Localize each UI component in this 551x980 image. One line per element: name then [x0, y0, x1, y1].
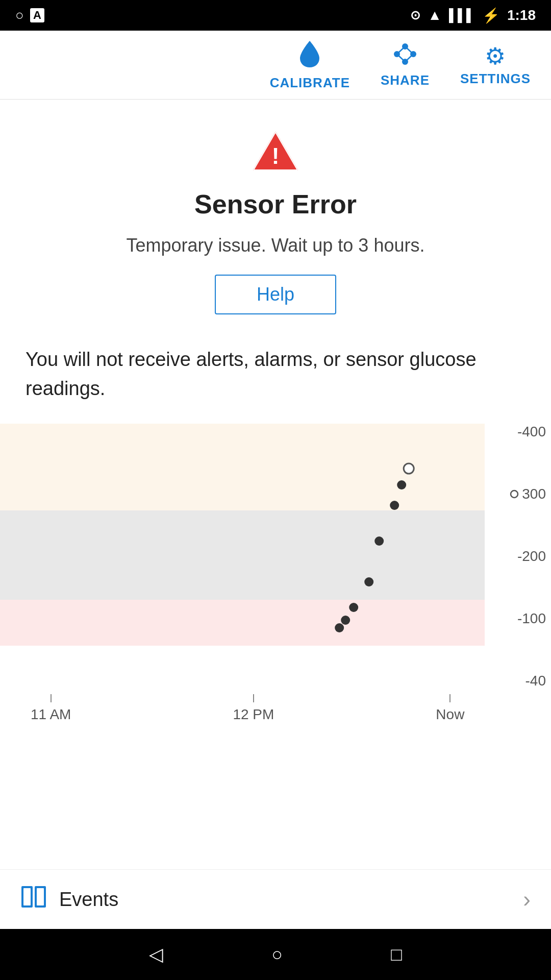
- x-label-11am: 11 AM: [31, 694, 71, 723]
- x-axis-labels: 11 AM 12 PM Now: [0, 689, 485, 723]
- svg-line-5: [397, 54, 405, 62]
- svg-text:!: !: [272, 143, 280, 168]
- y-label-40: -40: [485, 673, 551, 689]
- copyright-icon: ⊙: [410, 8, 420, 22]
- error-section: ! Sensor Error Temporary issue. Wait up …: [0, 100, 551, 335]
- chart-wrapper: -400 300 -200 -100 -40: [0, 424, 551, 689]
- chevron-right-icon: ›: [523, 887, 531, 912]
- error-title: Sensor Error: [194, 189, 357, 219]
- calibrate-label: CALIBRATE: [270, 75, 350, 91]
- data-point-2: [390, 501, 399, 510]
- events-bar[interactable]: Events ›: [0, 869, 551, 929]
- help-button[interactable]: Help: [215, 275, 336, 314]
- alert-message: You will not receive alerts, alarms, or …: [0, 335, 551, 403]
- android-nav-bar: ◁ ○ □: [0, 929, 551, 980]
- error-subtitle: Temporary issue. Wait up to 3 hours.: [127, 235, 425, 256]
- data-point-4: [364, 577, 373, 586]
- data-point-1: [397, 480, 406, 489]
- a-icon: A: [30, 8, 44, 22]
- status-bar: ○ A ⊙ ▲ ▌▌▌ ⚡ 1:18: [0, 0, 551, 31]
- top-nav: CALIBRATE SHARE ⚙ SETTINGS: [0, 31, 551, 100]
- y-label-100: -100: [485, 610, 551, 627]
- data-point-3: [374, 536, 384, 546]
- settings-label: SETTINGS: [460, 71, 531, 87]
- nav-item-settings[interactable]: ⚙ SETTINGS: [460, 44, 531, 87]
- data-point-5: [349, 603, 358, 612]
- settings-icon: ⚙: [485, 44, 506, 68]
- y-label-300: 300: [485, 486, 551, 502]
- y-label-200: -200: [485, 548, 551, 565]
- battery-icon: ⚡: [482, 7, 500, 24]
- recent-button[interactable]: □: [391, 944, 402, 965]
- signal-icon: ▌▌▌: [449, 8, 475, 22]
- data-point-open: [404, 463, 414, 474]
- data-point-7: [335, 623, 344, 632]
- y-label-400: -400: [485, 424, 551, 440]
- nav-item-share[interactable]: SHARE: [381, 42, 430, 88]
- drop-icon: [298, 40, 321, 72]
- status-left-icons: ○ A: [15, 7, 44, 23]
- svg-rect-15: [37, 888, 44, 905]
- wifi-icon: ▲: [428, 7, 442, 23]
- time-display: 1:18: [507, 7, 536, 23]
- svg-point-11: [511, 491, 518, 498]
- circle-status-icon: ○: [15, 7, 24, 23]
- main-content: ! Sensor Error Temporary issue. Wait up …: [0, 100, 551, 929]
- share-icon: [392, 42, 418, 69]
- share-label: SHARE: [381, 72, 430, 88]
- svg-line-4: [397, 46, 405, 54]
- events-label: Events: [59, 889, 523, 911]
- home-button[interactable]: ○: [271, 944, 283, 965]
- chart-container: -400 300 -200 -100 -40: [0, 424, 551, 859]
- svg-line-7: [405, 54, 413, 62]
- svg-line-6: [405, 46, 413, 54]
- back-button[interactable]: ◁: [149, 944, 163, 965]
- status-right-icons: ⊙ ▲ ▌▌▌ ⚡ 1:18: [410, 7, 536, 24]
- svg-rect-14: [23, 888, 31, 905]
- book-icon: [20, 885, 47, 914]
- x-label-12pm: 12 PM: [233, 694, 274, 723]
- y-axis-labels: -400 300 -200 -100 -40: [485, 424, 551, 689]
- chart-svg: [0, 424, 485, 689]
- warning-icon: !: [253, 130, 298, 179]
- x-label-now: Now: [436, 694, 464, 723]
- data-point-6: [341, 616, 350, 625]
- nav-item-calibrate[interactable]: CALIBRATE: [270, 40, 350, 91]
